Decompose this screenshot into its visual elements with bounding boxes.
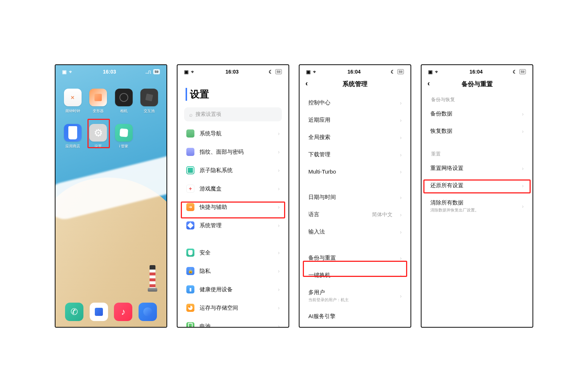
app-label: 交互池 [144,108,155,114]
chevron-right-icon: › [522,203,524,209]
row-backup-data[interactable]: 备份数据 › [423,105,531,122]
row-ai-engine[interactable]: AI服务引擎 [301,308,409,325]
row-label: 备份数据 [430,110,517,117]
row-label: 清除所有数据 [430,199,517,206]
moon-icon: ☾ [391,69,395,75]
row-backup-reset[interactable]: 备份与重置 › [301,249,409,267]
row-label: Multi-Turbo [308,168,395,175]
search-icon: ⌕ [189,111,193,118]
row-multi-turbo[interactable]: Multi-Turbo › [301,163,409,180]
dock-phone[interactable] [65,303,83,321]
back-button[interactable]: ‹ [427,79,430,88]
row-label: 运存与存储空间 [200,304,273,311]
row-label: 近期应用 [308,117,395,124]
signal-icon: ..⎍ [146,69,151,75]
row-easy-share[interactable]: 一键换机 › [301,267,409,284]
app-interaction[interactable]: 交互池 [139,89,160,120]
row-label: 备份与重置 [308,254,395,261]
arrow-icon [186,203,194,211]
row-security[interactable]: 安全 › [179,243,287,262]
chevron-right-icon: › [278,250,280,256]
row-input-method[interactable]: 输入法 › [301,223,409,240]
row-global-search[interactable]: 全局搜索 › [301,129,409,146]
row-digital-wellbeing[interactable]: 健康使用设备 › [179,280,287,299]
moon-icon: ☾ [513,69,517,75]
row-label: 语言 [308,211,367,218]
app-label: 应用商店 [65,144,80,149]
row-privacy[interactable]: 隐私 › [179,262,287,280]
wallpaper-lighthouse [147,265,158,294]
row-ram-storage[interactable]: 运存与存储空间 › [179,299,287,317]
app-clock[interactable]: 闹钟时钟 [62,89,83,120]
wifi-icon: ᯤ [69,69,74,75]
chevron-right-icon: › [278,222,280,228]
wifi-icon: ᯤ [313,69,318,75]
phone-pane-backup-reset: ▣ᯤ 16:04 ☾59 ‹ 备份与重置 备份与恢复 备份数据 › 恢复数据 ›… [421,64,533,328]
app-camera[interactable]: 相机 [113,89,135,120]
row-recent-apps[interactable]: 近期应用 › [301,111,409,129]
battery-indicator: 59 [397,69,404,74]
status-bar: ▣ᯤ 16:04 ☾59 [422,65,533,76]
box-icon [89,89,107,106]
app-transformer[interactable]: 变形器 [88,89,109,120]
status-time: 16:04 [470,69,483,75]
row-date-time[interactable]: 日期与时间 › [301,189,409,206]
row-system-management[interactable]: 系统管理 › [179,216,287,235]
back-button[interactable]: ‹ [305,79,308,88]
row-download-management[interactable]: 下载管理 › [301,146,409,163]
phone-pane-settings: ▣ᯤ 16:03 ☾59 设置 ⌕ 搜索设置项 系统导航 › 指纹、面部与密码 … [177,64,289,328]
chevron-right-icon: › [278,131,280,136]
row-atom-privacy[interactable]: 原子隐私系统 › [179,161,287,179]
app-settings[interactable]: 设置 [88,124,109,155]
chevron-right-icon: › [400,229,402,235]
row-label: 健康使用设备 [200,286,273,293]
dock-browser[interactable] [139,303,157,321]
page-title: 设置 [186,88,280,101]
pie-icon [186,304,194,312]
row-subtitle: 当前登录的用户：机主 [308,297,395,303]
chevron-right-icon: › [278,167,280,173]
row-fingerprint-face-password[interactable]: 指纹、面部与密码 › [179,143,287,161]
app-store[interactable]: 应用商店 [62,124,83,155]
wifi-icon: ᯤ [435,69,440,75]
row-label: 隐私 [200,268,273,275]
search-input[interactable]: ⌕ 搜索设置项 [184,107,282,121]
dock-messages[interactable] [90,303,108,321]
dock-music[interactable] [114,303,132,321]
shield-icon [115,124,133,142]
row-system-navigation[interactable]: 系统导航 › [179,124,287,143]
row-reset-network-settings[interactable]: 重置网络设置 › [423,160,531,177]
row-battery[interactable]: 电池 › [179,317,287,328]
row-label: 还原所有设置 [430,182,517,189]
row-label: 多用户 [308,289,395,296]
row-erase-all-data[interactable]: 清除所有数据 清除数据并恢复出厂设置。 › [423,194,531,218]
row-game-box[interactable]: 游戏魔盒 › [179,179,287,198]
app-label: 闹钟时钟 [65,108,80,114]
row-label: 恢复数据 [430,128,517,135]
tutorial-stage: ▣ ᯤ 16:03 ..⎍ 59 闹钟时钟 变形器 相机 [47,35,541,357]
row-label: AI服务引擎 [308,313,402,320]
sim-icon: ▣ [62,69,67,75]
row-control-center[interactable]: 控制中心 › [301,94,409,111]
app-label: 设置 [94,144,102,149]
app-grid: 闹钟时钟 变形器 相机 交互池 应用商店 设置 [55,76,166,155]
wifi-icon: ᯤ [191,69,196,75]
chevron-right-icon: › [400,169,402,175]
clock-icon [64,89,82,106]
row-reset-all-settings[interactable]: 还原所有设置 › [423,177,531,194]
row-shortcuts-accessibility[interactable]: 快捷与辅助 › [179,198,287,216]
row-label: 游戏魔盒 [200,185,273,192]
page-title: 备份与重置 [462,80,493,88]
chevron-right-icon: › [400,152,402,158]
sim-icon: ▣ [428,69,433,75]
hexagon-icon [186,221,194,229]
chevron-right-icon: › [278,268,280,274]
app-label: 变形器 [93,108,104,114]
battery-indicator: 59 [153,69,160,74]
row-restore-data[interactable]: 恢复数据 › [423,122,531,140]
row-language[interactable]: 语言 简体中文 › [301,206,409,223]
app-imanager[interactable]: i 管家 [113,124,135,155]
battery-indicator: 59 [519,69,526,74]
row-multi-user[interactable]: 多用户 当前登录的用户：机主 › [301,284,409,308]
chevron-right-icon: › [400,272,402,278]
